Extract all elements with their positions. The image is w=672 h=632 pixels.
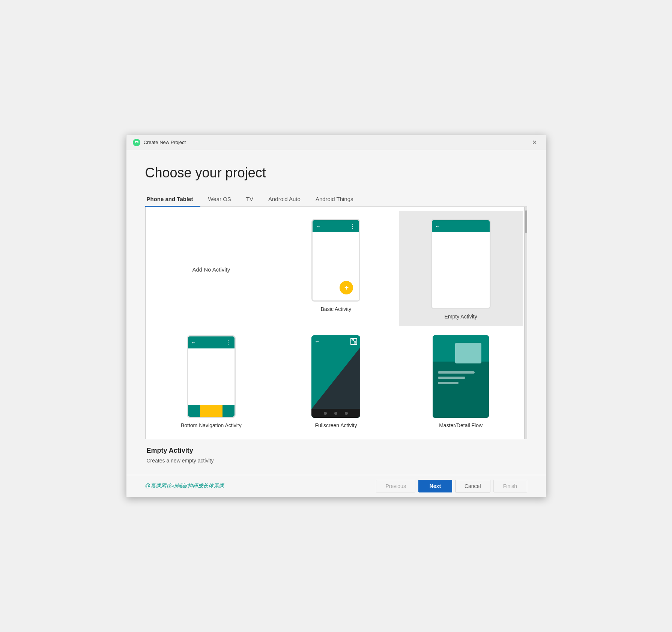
- master-detail-label: Master/Detail Flow: [439, 422, 483, 428]
- template-grid: Add No Activity ← ⋮ + Basic Activity: [145, 207, 527, 439]
- no-activity-label: Add No Activity: [192, 266, 230, 273]
- nav-dot-back: [324, 412, 327, 415]
- scrollbar[interactable]: [524, 207, 527, 439]
- footer: @慕课网移动端架构师成长体系课 Previous Next Cancel Fin…: [126, 475, 546, 497]
- back-arrow-icon2: ←: [435, 223, 440, 229]
- previous-button[interactable]: Previous: [376, 480, 415, 492]
- empty-activity-mockup: ←: [431, 219, 491, 309]
- fullscreen-mockup: ←: [311, 335, 360, 418]
- basic-activity-toolbar: ← ⋮: [313, 220, 359, 232]
- tab-wear-os[interactable]: Wear OS: [200, 192, 238, 207]
- template-grid-wrapper: Add No Activity ← ⋮ + Basic Activity: [145, 207, 527, 439]
- back-arrow-icon3: ←: [191, 339, 196, 345]
- nav-dot-home: [334, 412, 337, 415]
- tab-android-things[interactable]: Android Things: [308, 192, 361, 207]
- svg-point-0: [132, 138, 140, 146]
- footer-buttons: Previous Next Cancel Finish: [376, 480, 527, 492]
- template-fullscreen[interactable]: ← Fullscreen Activity: [274, 327, 398, 435]
- selected-template-title: Empty Activity: [147, 447, 526, 455]
- basic-activity-body: +: [313, 232, 359, 300]
- basic-activity-label: Basic Activity: [321, 306, 352, 312]
- fullscreen-diagonal: [311, 347, 360, 409]
- svg-rect-1: [352, 339, 353, 341]
- selected-template-description: Creates a new empty activity: [147, 458, 526, 464]
- menu-dots-icon2: ⋮: [225, 339, 232, 346]
- fullscreen-toolbar: ←: [311, 335, 360, 347]
- title-bar: Create New Project ✕: [126, 135, 546, 150]
- text-line-1: [438, 371, 475, 374]
- window-title: Create New Project: [144, 140, 186, 145]
- master-detail-image: [455, 343, 481, 363]
- nav-dot-recent: [345, 412, 348, 415]
- expand-icon: [350, 338, 357, 345]
- fullscreen-label: Fullscreen Activity: [315, 422, 357, 428]
- page-title: Choose your project: [145, 165, 527, 181]
- text-line-3: [438, 382, 459, 384]
- empty-activity-toolbar: ←: [432, 220, 490, 232]
- template-basic-activity[interactable]: ← ⋮ + Basic Activity: [274, 211, 398, 326]
- next-button[interactable]: Next: [418, 480, 452, 492]
- bottom-nav-body: [188, 348, 235, 405]
- finish-button[interactable]: Finish: [493, 480, 527, 492]
- bottom-bar-teal-right: [222, 405, 235, 417]
- fab-button-icon: +: [340, 281, 353, 294]
- template-master-detail[interactable]: Master/Detail Flow: [399, 327, 523, 435]
- bottom-bar-yellow-center: [200, 405, 222, 417]
- tab-bar: Phone and Tablet Wear OS TV Android Auto…: [145, 192, 527, 207]
- bottom-bar-teal-left: [188, 405, 200, 417]
- tab-tv[interactable]: TV: [239, 192, 261, 207]
- bottom-nav-mockup: ← ⋮: [187, 335, 236, 418]
- tab-phone-and-tablet[interactable]: Phone and Tablet: [145, 192, 201, 207]
- scrollbar-thumb: [525, 210, 527, 233]
- master-detail-text-lines: [433, 365, 489, 384]
- empty-activity-body: [432, 232, 490, 308]
- back-arrow-icon4: ←: [314, 338, 320, 344]
- master-detail-mockup: [433, 335, 489, 418]
- fullscreen-nav-bar: [311, 409, 360, 418]
- bottom-nav-label: Bottom Navigation Activity: [181, 422, 242, 428]
- menu-dots-icon: ⋮: [350, 223, 356, 230]
- template-empty-activity[interactable]: ← Empty Activity: [399, 211, 523, 326]
- app-window: Create New Project ✕ Choose your project…: [126, 135, 546, 497]
- description-area: Empty Activity Creates a new empty activ…: [145, 439, 527, 467]
- android-logo-icon: [132, 138, 141, 147]
- empty-activity-label: Empty Activity: [445, 314, 477, 320]
- back-arrow-icon: ←: [316, 223, 321, 229]
- basic-activity-mockup: ← ⋮ +: [311, 219, 360, 302]
- watermark-text: @慕课网移动端架构师成长体系课: [145, 483, 224, 489]
- close-button[interactable]: ✕: [529, 137, 540, 148]
- template-bottom-nav[interactable]: ← ⋮ Bottom Navigation Activity: [149, 327, 274, 435]
- bottom-nav-bar: [188, 405, 235, 417]
- bottom-nav-toolbar: ← ⋮: [188, 336, 235, 348]
- text-line-2: [438, 377, 465, 379]
- template-no-activity[interactable]: Add No Activity: [149, 211, 274, 326]
- tab-android-auto[interactable]: Android Auto: [261, 192, 308, 207]
- title-bar-left: Create New Project: [132, 138, 186, 147]
- svg-rect-2: [354, 342, 356, 343]
- cancel-button[interactable]: Cancel: [455, 480, 490, 492]
- main-content: Choose your project Phone and Tablet Wea…: [126, 150, 546, 475]
